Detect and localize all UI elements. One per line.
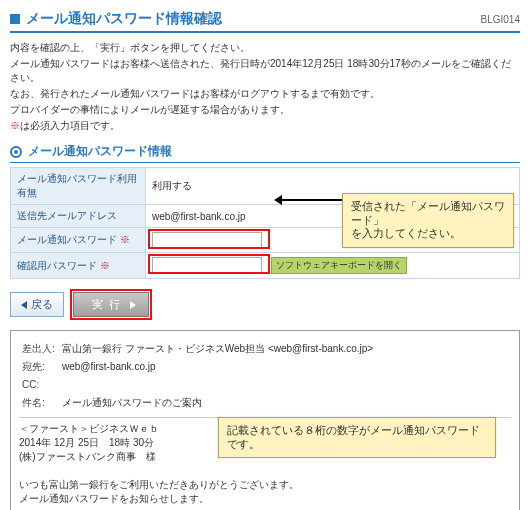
back-button[interactable]: 戻る xyxy=(10,292,64,317)
execute-label: 実行 xyxy=(92,297,126,312)
intro-line: なお、発行されたメール通知パスワードはお客様がログアウトするまで有効です。 xyxy=(10,88,380,99)
intro-line: プロバイダーの事情によりメールが遅延する場合があります。 xyxy=(10,104,290,115)
mail-password-input[interactable] xyxy=(152,232,262,248)
chevron-left-icon xyxy=(21,301,27,309)
required-mark: ※ xyxy=(10,120,20,131)
intro-line: メール通知パスワードはお客様へ送信された、発行日時が2014年12月25日 18… xyxy=(10,58,511,83)
software-keyboard-button[interactable]: ソフトウェアキーボードを開く xyxy=(271,257,407,274)
confirm-password-input[interactable] xyxy=(152,257,262,273)
intro-text: 内容を確認の上、「実行」ボタンを押してください。 メール通知パスワードはお客様へ… xyxy=(10,41,520,133)
title-marker-icon xyxy=(10,14,20,24)
highlight-box: 実行 xyxy=(70,289,152,320)
row-header: メール通知パスワード利用有無 xyxy=(11,168,146,205)
row-header: 確認用パスワード ※ xyxy=(11,253,146,279)
callout-input-instruction: 受信された「メール通知パスワード」 を入力してください。 xyxy=(342,193,514,248)
page-code: BLGI014 xyxy=(481,14,520,25)
section-title: メール通知パスワード情報 xyxy=(28,143,172,160)
chevron-right-icon xyxy=(130,301,136,309)
execute-button[interactable]: 実行 xyxy=(73,292,149,317)
mail-header: 差出人:富山第一銀行 ファースト・ビジネスWeb担当 <web@first-ba… xyxy=(19,339,511,413)
callout-password-explain: 記載されている８桁の数字がメール通知パスワードです。 xyxy=(218,417,496,458)
row-header: 送信先メールアドレス xyxy=(11,205,146,228)
back-label: 戻る xyxy=(31,297,53,312)
title-bar: メール通知パスワード情報確認 BLGI014 xyxy=(10,10,520,33)
required-mark: ※ xyxy=(100,260,110,271)
section-header: メール通知パスワード情報 xyxy=(10,143,520,163)
row-header: メール通知パスワード ※ xyxy=(11,228,146,253)
required-mark: ※ xyxy=(120,234,130,245)
intro-line: 内容を確認の上、「実行」ボタンを押してください。 xyxy=(10,42,250,53)
bullet-icon xyxy=(10,146,22,158)
page-title: メール通知パスワード情報確認 xyxy=(26,10,222,28)
intro-line: は必須入力項目です。 xyxy=(20,120,120,131)
arrow-icon xyxy=(280,199,342,201)
